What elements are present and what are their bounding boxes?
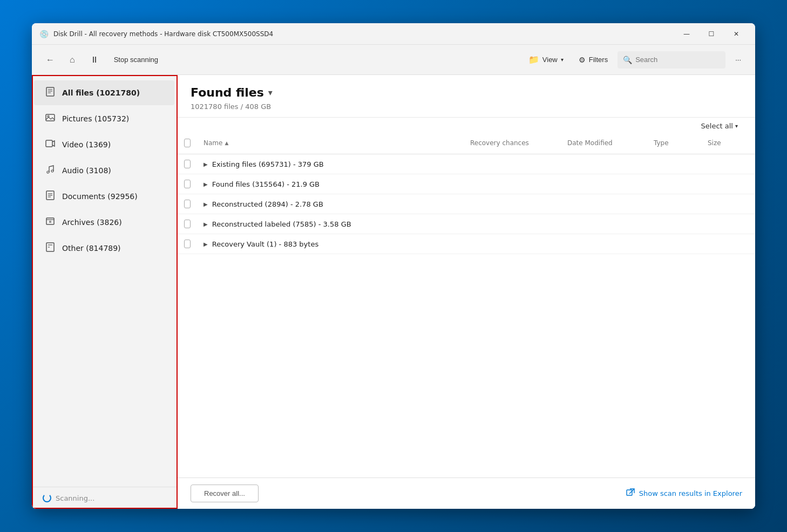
row-name: Reconstructed labeled (7585) - 3.58 GB	[212, 220, 351, 228]
row-checkbox[interactable]	[184, 160, 191, 168]
titlebar: 💿 Disk Drill - All recovery methods - Ha…	[32, 23, 755, 45]
close-button[interactable]: ✕	[724, 25, 749, 43]
home-button[interactable]: ⌂	[64, 52, 80, 68]
row-size-cell	[701, 240, 755, 248]
row-checkbox-cell[interactable]	[178, 175, 197, 193]
recover-all-button[interactable]: Recover all...	[191, 485, 259, 502]
minimize-button[interactable]: —	[674, 25, 699, 43]
date-modified-header[interactable]: Date Modified	[561, 137, 647, 149]
row-name: Reconstructed (2894) - 2.78 GB	[212, 200, 323, 208]
row-name-cell: ▶ Reconstructed (2894) - 2.78 GB	[197, 196, 464, 213]
svg-point-8	[51, 170, 53, 172]
recovery-chances-header[interactable]: Recovery chances	[464, 137, 561, 149]
scanning-spinner	[43, 494, 51, 502]
sidebar-item-all-files[interactable]: All files (1021780)	[34, 80, 174, 105]
row-checkbox[interactable]	[184, 220, 191, 228]
type-header[interactable]: Type	[647, 137, 701, 149]
row-date-cell	[561, 200, 647, 208]
audio-icon	[45, 165, 56, 176]
row-type-cell	[647, 180, 701, 188]
maximize-button[interactable]: ☐	[699, 25, 724, 43]
select-all-button[interactable]: Select all ▾	[697, 120, 742, 132]
search-icon: 🔍	[623, 56, 632, 64]
row-recovery-cell	[464, 200, 561, 208]
scan-status: Scanning...	[32, 487, 177, 509]
expand-icon[interactable]: ▶	[203, 161, 208, 167]
scanning-label: Scanning...	[56, 494, 94, 502]
window-title: Disk Drill - All recovery methods - Hard…	[53, 30, 674, 38]
expand-icon[interactable]: ▶	[203, 241, 208, 247]
search-box[interactable]: 🔍	[618, 51, 725, 69]
sidebar-label-archives: Archives (3826)	[62, 218, 122, 227]
sidebar-item-documents[interactable]: Documents (92956)	[34, 184, 174, 209]
table-row[interactable]: ▶ Reconstructed (2894) - 2.78 GB	[178, 194, 755, 214]
found-files-label: Found files	[191, 86, 264, 99]
archives-icon	[45, 216, 56, 228]
stop-scanning-button[interactable]: Stop scanning	[108, 52, 164, 67]
size-header[interactable]: Size	[701, 137, 755, 149]
sidebar-item-video[interactable]: Video (1369)	[34, 132, 174, 157]
more-options-button[interactable]: ···	[730, 52, 747, 67]
row-checkbox[interactable]	[184, 180, 191, 188]
select-all-checkbox[interactable]	[184, 139, 191, 147]
filters-button[interactable]: ⚙ Filters	[573, 52, 613, 67]
back-button[interactable]: ←	[40, 52, 60, 68]
table-row[interactable]: ▶ Reconstructed labeled (7585) - 3.58 GB	[178, 214, 755, 234]
row-checkbox[interactable]	[184, 240, 191, 248]
expand-icon[interactable]: ▶	[203, 201, 208, 207]
content-header: Found files ▾ 1021780 files / 408 GB	[178, 75, 755, 118]
row-checkbox-cell[interactable]	[178, 235, 197, 253]
name-sort-icon: ▲	[225, 140, 228, 146]
svg-point-7	[47, 171, 49, 173]
sidebar-item-audio[interactable]: Audio (3108)	[34, 158, 174, 183]
select-all-chevron-icon: ▾	[735, 123, 738, 129]
table-row[interactable]: ▶ Recovery Vault (1) - 883 bytes	[178, 234, 755, 254]
row-recovery-cell	[464, 240, 561, 248]
row-type-cell	[647, 240, 701, 248]
found-files-chevron-icon[interactable]: ▾	[268, 87, 273, 98]
window-controls: — ☐ ✕	[674, 25, 749, 43]
sidebar-item-archives[interactable]: Archives (3826)	[34, 210, 174, 235]
toolbar: ← ⌂ ⏸ Stop scanning 📁 View ▾ ⚙ Filters 🔍…	[32, 45, 755, 75]
view-label: View	[542, 56, 558, 64]
documents-icon	[45, 190, 56, 202]
sidebar-item-pictures[interactable]: Pictures (105732)	[34, 106, 174, 131]
file-count: 1021780 files / 408 GB	[191, 103, 742, 111]
row-date-cell	[561, 180, 647, 188]
name-header[interactable]: Name ▲	[197, 137, 464, 149]
row-checkbox-cell[interactable]	[178, 155, 197, 173]
row-type-cell	[647, 200, 701, 208]
pause-icon: ⏸	[90, 55, 99, 65]
row-type-cell	[647, 220, 701, 228]
row-size-cell	[701, 180, 755, 188]
row-name: Found files (315564) - 21.9 GB	[212, 180, 320, 188]
svg-rect-17	[46, 243, 54, 251]
svg-rect-0	[46, 87, 54, 96]
content-area: Found files ▾ 1021780 files / 408 GB Sel…	[178, 75, 755, 509]
row-checkbox[interactable]	[184, 200, 191, 208]
show-explorer-link[interactable]: Show scan results in Explorer	[626, 488, 742, 499]
view-button[interactable]: 📁 View ▾	[523, 51, 569, 68]
row-checkbox-cell[interactable]	[178, 195, 197, 213]
search-input[interactable]	[635, 56, 720, 64]
svg-rect-20	[627, 490, 632, 495]
all-files-icon	[45, 87, 56, 99]
app-window: 💿 Disk Drill - All recovery methods - Ha…	[32, 23, 755, 509]
expand-icon[interactable]: ▶	[203, 221, 208, 227]
content-footer: Recover all... Show scan results in Expl…	[178, 478, 755, 509]
pictures-icon	[45, 113, 56, 125]
pause-button[interactable]: ⏸	[85, 52, 104, 68]
show-explorer-label: Show scan results in Explorer	[639, 489, 742, 497]
row-recovery-cell	[464, 220, 561, 228]
filters-icon: ⚙	[579, 56, 586, 64]
expand-icon[interactable]: ▶	[203, 181, 208, 187]
sidebar-label-video: Video (1369)	[62, 140, 111, 149]
table-row[interactable]: ▶ Found files (315564) - 21.9 GB	[178, 174, 755, 194]
row-checkbox-cell[interactable]	[178, 215, 197, 233]
row-name-cell: ▶ Reconstructed labeled (7585) - 3.58 GB	[197, 216, 464, 233]
folder-icon: 📁	[528, 54, 539, 65]
checkbox-header[interactable]	[178, 137, 197, 149]
sidebar-item-other[interactable]: Other (814789)	[34, 236, 174, 261]
table-row[interactable]: ▶ Existing files (695731) - 379 GB	[178, 154, 755, 174]
app-icon: 💿	[38, 29, 49, 39]
